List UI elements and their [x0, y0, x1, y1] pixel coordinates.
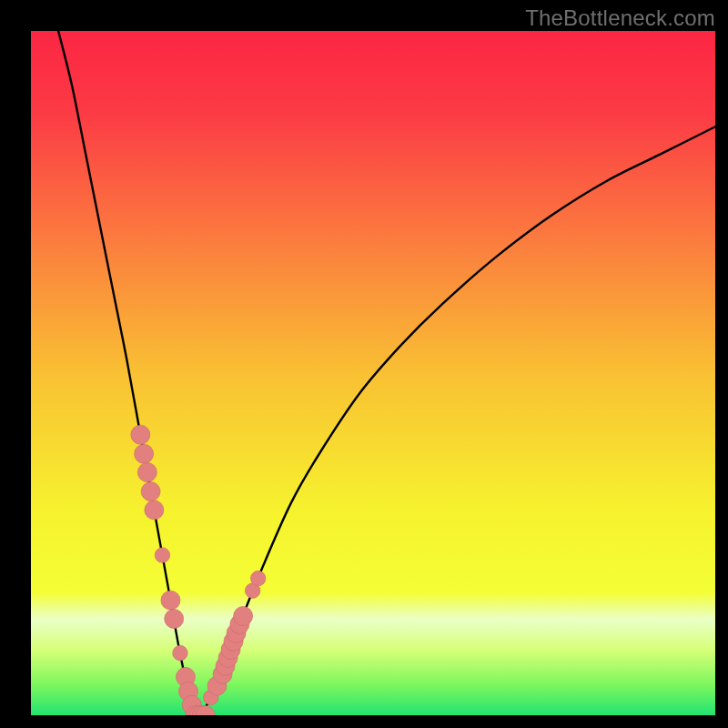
plot-area	[31, 31, 715, 715]
bottleneck-chart	[31, 31, 715, 715]
data-marker	[165, 609, 184, 628]
data-marker	[161, 591, 180, 610]
data-marker	[135, 444, 154, 463]
data-marker	[234, 606, 253, 625]
data-marker	[137, 463, 157, 482]
data-marker	[173, 645, 188, 661]
data-marker	[131, 425, 150, 444]
data-marker	[155, 548, 170, 563]
data-marker	[250, 571, 266, 586]
chart-frame: TheBottleneck.com	[0, 0, 728, 728]
data-marker	[141, 482, 160, 501]
data-marker	[145, 500, 164, 520]
watermark-text: TheBottleneck.com	[525, 5, 715, 31]
gradient-background	[31, 31, 715, 715]
